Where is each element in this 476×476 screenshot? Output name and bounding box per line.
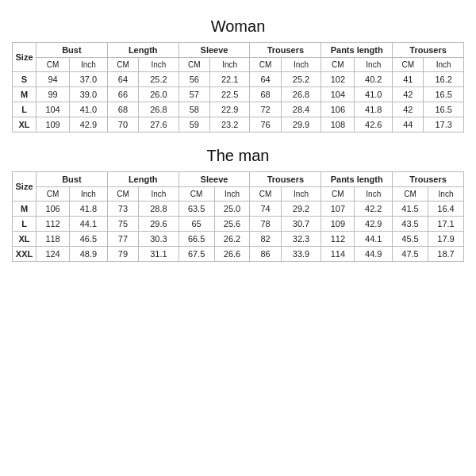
data-cell: 17.9 — [428, 232, 464, 247]
data-cell: 42.6 — [355, 117, 393, 132]
data-cell: 44 — [393, 117, 424, 132]
data-cell: 32.3 — [281, 232, 321, 247]
woman-sleeve-header: Sleeve — [178, 43, 250, 58]
data-cell: 72 — [250, 102, 281, 117]
woman-bust-inch: Inch — [70, 58, 108, 72]
data-cell: 25.2 — [281, 72, 321, 87]
data-cell: 30.7 — [281, 217, 321, 232]
size-cell: XXL — [13, 247, 36, 262]
woman-sleeve-inch: Inch — [209, 58, 250, 72]
data-cell: 82 — [250, 232, 281, 247]
data-cell: 106 — [36, 202, 70, 217]
size-cell: S — [13, 72, 36, 87]
data-cell: 57 — [178, 87, 209, 102]
man-bust-cm: CM — [36, 187, 70, 202]
data-cell: 73 — [107, 202, 138, 217]
data-cell: 67.5 — [178, 247, 214, 262]
man-length-inch: Inch — [139, 187, 179, 202]
woman-sleeve-cm: CM — [178, 58, 209, 72]
woman-table: Size Bust Length Sleeve Trousers Pants l… — [12, 42, 464, 132]
data-cell: 86 — [250, 247, 281, 262]
woman-size-header: Size — [13, 43, 36, 72]
data-cell: 48.9 — [70, 247, 108, 262]
data-cell: 42.2 — [355, 202, 393, 217]
table-row: M10641.87328.863.525.07429.210742.241.51… — [13, 202, 464, 217]
data-cell: 118 — [36, 232, 70, 247]
size-cell: M — [13, 202, 36, 217]
data-cell: 27.6 — [139, 117, 179, 132]
data-cell: 65 — [178, 217, 214, 232]
data-cell: 41.5 — [393, 202, 428, 217]
data-cell: 66 — [107, 87, 138, 102]
man-pants-length-header: Pants length — [321, 172, 393, 187]
data-cell: 77 — [107, 232, 138, 247]
data-cell: 64 — [107, 72, 138, 87]
data-cell: 33.9 — [281, 247, 321, 262]
man-trousers1-header: Trousers — [250, 172, 321, 187]
data-cell: 43.5 — [393, 217, 428, 232]
woman-trousers1-cm: CM — [250, 58, 281, 72]
table-row: XL10942.97027.65923.27629.910842.64417.3 — [13, 117, 464, 132]
man-trousers2-inch: Inch — [428, 187, 464, 202]
data-cell: 41.0 — [70, 102, 108, 117]
data-cell: 112 — [36, 217, 70, 232]
data-cell: 26.6 — [214, 247, 250, 262]
man-size-header: Size — [13, 172, 36, 202]
data-cell: 114 — [321, 247, 355, 262]
data-cell: 29.9 — [281, 117, 321, 132]
man-sleeve-header: Sleeve — [178, 172, 250, 187]
table-row: L11244.17529.66525.67830.710942.943.517.… — [13, 217, 464, 232]
woman-length-cm: CM — [107, 58, 138, 72]
data-cell: 58 — [178, 102, 209, 117]
data-cell: 37.0 — [70, 72, 108, 87]
man-sleeve-inch: Inch — [214, 187, 250, 202]
man-bust-inch: Inch — [70, 187, 108, 202]
data-cell: 26.8 — [139, 102, 179, 117]
data-cell: 124 — [36, 247, 70, 262]
man-trousers1-cm: CM — [250, 187, 281, 202]
data-cell: 18.7 — [428, 247, 464, 262]
data-cell: 42.9 — [70, 117, 108, 132]
data-cell: 78 — [250, 217, 281, 232]
woman-trousers2-header: Trousers — [393, 43, 464, 58]
data-cell: 70 — [107, 117, 138, 132]
data-cell: 45.5 — [393, 232, 428, 247]
data-cell: 16.5 — [424, 87, 464, 102]
woman-title: Woman — [12, 17, 464, 36]
data-cell: 41.0 — [355, 87, 393, 102]
data-cell: 74 — [250, 202, 281, 217]
data-cell: 104 — [321, 87, 355, 102]
data-cell: 44.1 — [355, 232, 393, 247]
data-cell: 41.8 — [70, 202, 108, 217]
data-cell: 75 — [107, 217, 138, 232]
man-pants-cm: CM — [321, 187, 355, 202]
man-sleeve-cm: CM — [178, 187, 214, 202]
data-cell: 23.2 — [209, 117, 250, 132]
woman-bust-header: Bust — [36, 43, 108, 58]
data-cell: 31.1 — [139, 247, 179, 262]
data-cell: 42 — [393, 102, 424, 117]
data-cell: 25.6 — [214, 217, 250, 232]
table-row: XL11846.57730.366.526.28232.311244.145.5… — [13, 232, 464, 247]
size-cell: M — [13, 87, 36, 102]
data-cell: 29.2 — [281, 202, 321, 217]
data-cell: 26.2 — [214, 232, 250, 247]
table-row: XXL12448.97931.167.526.68633.911444.947.… — [13, 247, 464, 262]
data-cell: 63.5 — [178, 202, 214, 217]
data-cell: 44.1 — [70, 217, 108, 232]
data-cell: 30.3 — [139, 232, 179, 247]
data-cell: 68 — [107, 102, 138, 117]
woman-trousers1-inch: Inch — [281, 58, 321, 72]
data-cell: 59 — [178, 117, 209, 132]
data-cell: 22.5 — [209, 87, 250, 102]
data-cell: 42 — [393, 87, 424, 102]
data-cell: 108 — [321, 117, 355, 132]
data-cell: 28.4 — [281, 102, 321, 117]
data-cell: 25.2 — [139, 72, 179, 87]
data-cell: 47.5 — [393, 247, 428, 262]
data-cell: 16.2 — [424, 72, 464, 87]
man-table: Size Bust Length Sleeve Trousers Pants l… — [12, 171, 464, 262]
data-cell: 17.3 — [424, 117, 464, 132]
data-cell: 42.9 — [355, 217, 393, 232]
man-trousers1-inch: Inch — [281, 187, 321, 202]
